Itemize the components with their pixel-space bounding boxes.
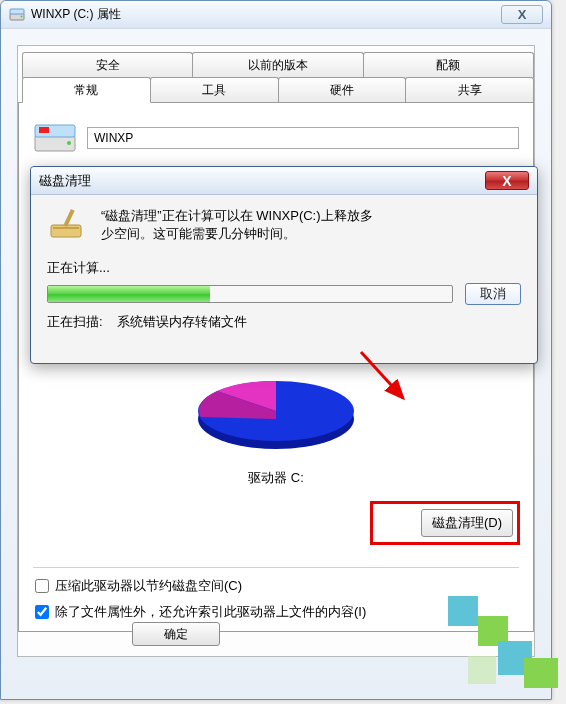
broom-icon	[47, 207, 89, 241]
modal-close-button[interactable]: X	[485, 171, 529, 190]
checkbox-compress-input[interactable]	[35, 579, 49, 593]
checkbox-compress[interactable]: 压缩此驱动器以节约磁盘空间(C)	[35, 577, 519, 595]
tabs-row-1: 安全 以前的版本 配额	[18, 52, 534, 78]
titlebar[interactable]: WINXP (C:) 属性 X	[1, 1, 551, 29]
window-title: WINXP (C:) 属性	[31, 6, 121, 23]
checkbox-index[interactable]: 除了文件属性外，还允许索引此驱动器上文件的内容(I)	[35, 603, 519, 621]
modal-cancel-button[interactable]: 取消	[465, 283, 521, 305]
svg-rect-10	[63, 209, 74, 227]
tab-security[interactable]: 安全	[22, 52, 193, 78]
scanning-value: 系统错误内存转储文件	[117, 314, 247, 329]
disk-cleanup-dialog: 磁盘清理 X “磁盘清理”正在计算可以在 WINXP(C:)上释放多 少空间。这…	[30, 166, 538, 364]
progress-fill	[48, 286, 210, 302]
svg-point-6	[67, 141, 71, 145]
calculating-label: 正在计算...	[47, 259, 521, 277]
checkbox-index-label: 除了文件属性外，还允许索引此驱动器上文件的内容(I)	[55, 603, 366, 621]
disk-usage-pie-icon	[191, 369, 361, 459]
pie-chart-area: 驱动器 C:	[33, 369, 519, 487]
dialog-buttons: 确定	[18, 622, 534, 646]
modal-message: “磁盘清理”正在计算可以在 WINXP(C:)上释放多 少空间。这可能需要几分钟…	[101, 207, 373, 243]
drive-name-input[interactable]	[87, 127, 519, 149]
drive-icon	[9, 7, 25, 23]
svg-point-2	[21, 15, 23, 17]
disk-cleanup-button[interactable]: 磁盘清理(D)	[421, 509, 513, 537]
scanning-row: 正在扫描: 系统错误内存转储文件	[47, 313, 521, 331]
scanning-label: 正在扫描:	[47, 314, 103, 329]
tab-hardware[interactable]: 硬件	[278, 77, 407, 103]
divider	[33, 567, 519, 568]
checkbox-index-input[interactable]	[35, 605, 49, 619]
drive-row	[33, 117, 519, 169]
checkbox-compress-label: 压缩此驱动器以节约磁盘空间(C)	[55, 577, 242, 595]
drive-large-icon	[33, 121, 77, 155]
drive-label: 驱动器 C:	[248, 469, 304, 487]
tab-previous-versions[interactable]: 以前的版本	[192, 52, 363, 78]
window-close-button[interactable]: X	[501, 5, 543, 24]
ok-button[interactable]: 确定	[132, 622, 220, 646]
svg-rect-11	[53, 227, 79, 229]
progress-bar	[47, 285, 453, 303]
tab-sharing[interactable]: 共享	[405, 77, 534, 103]
modal-body: “磁盘清理”正在计算可以在 WINXP(C:)上释放多 少空间。这可能需要几分钟…	[31, 195, 537, 341]
tabs-row-2: 常规 工具 硬件 共享	[18, 77, 534, 103]
svg-rect-1	[10, 9, 24, 14]
tab-general[interactable]: 常规	[22, 77, 151, 103]
modal-title: 磁盘清理	[39, 172, 91, 190]
tab-quota[interactable]: 配额	[363, 52, 534, 78]
svg-rect-9	[51, 225, 81, 237]
tab-tools[interactable]: 工具	[150, 77, 279, 103]
modal-titlebar[interactable]: 磁盘清理 X	[31, 167, 537, 195]
svg-rect-5	[39, 127, 49, 133]
